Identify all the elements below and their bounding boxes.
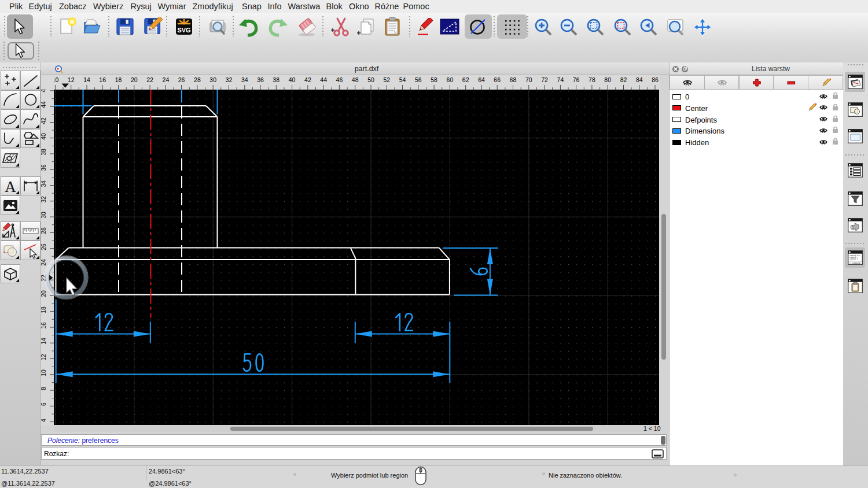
svg-text:SVG: SVG: [177, 27, 190, 34]
svg-text:A: A: [5, 178, 16, 195]
svg-text:command 3: command 3: [849, 258, 858, 260]
svg-text:> command: > command: [849, 262, 860, 264]
